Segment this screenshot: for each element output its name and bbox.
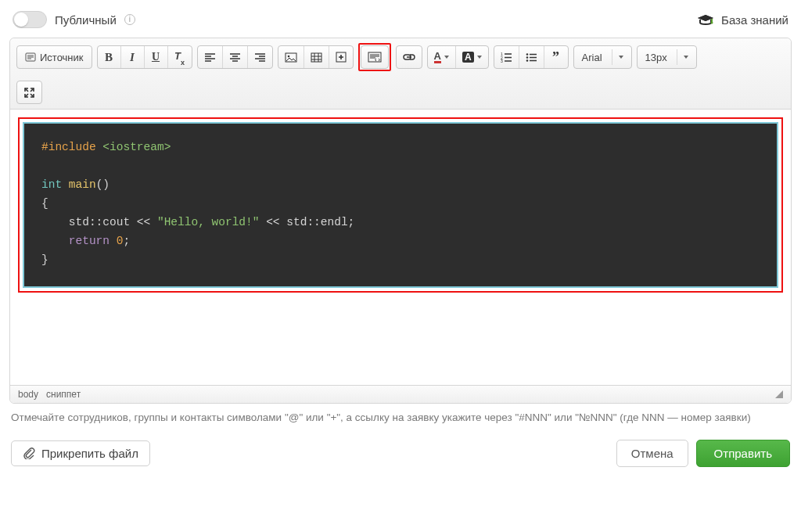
source-icon — [25, 52, 36, 63]
quote-icon: ” — [552, 53, 559, 61]
caret-down-icon — [477, 56, 482, 59]
bg-color-button[interactable]: A — [456, 46, 488, 68]
svg-point-10 — [526, 53, 528, 56]
align-right-icon — [254, 52, 266, 63]
cancel-button[interactable]: Отмена — [616, 440, 688, 467]
group-code-snippet — [361, 45, 389, 69]
caret-down-icon — [619, 56, 623, 59]
mention-hint-text: Отмечайте сотрудников, группы и контакты… — [9, 404, 792, 429]
path-crumbs: body сниппет — [18, 389, 81, 400]
font-family-value: Arial — [582, 52, 602, 63]
svg-point-3 — [287, 55, 289, 57]
underline-button[interactable]: U — [145, 46, 168, 68]
top-row: Публичный i База знаний — [9, 6, 792, 38]
svg-point-12 — [526, 59, 528, 62]
svg-point-11 — [526, 56, 528, 59]
group-font-family: Arial — [573, 45, 632, 69]
align-left-icon — [204, 52, 216, 63]
send-button[interactable]: Отправить — [696, 440, 790, 467]
path-crumb-body[interactable]: body — [18, 389, 38, 400]
group-link — [396, 45, 422, 69]
graduation-cap-icon — [696, 13, 715, 26]
path-crumb-snippet[interactable]: сниппет — [46, 389, 81, 400]
right-actions: Отмена Отправить — [616, 440, 790, 467]
resize-grip-icon[interactable] — [775, 390, 783, 398]
image-icon — [285, 52, 297, 63]
knowledge-base-link[interactable]: База знаний — [696, 13, 788, 27]
align-right-button[interactable] — [248, 46, 272, 68]
group-lists: 123 ” — [494, 45, 569, 69]
align-center-icon — [229, 52, 241, 63]
editor-toolbar: Источник B I U Tx — [10, 38, 791, 110]
group-source: Источник — [16, 45, 92, 69]
align-center-button[interactable] — [223, 46, 248, 68]
public-toggle-group: Публичный i — [13, 11, 135, 28]
code-snippet-block[interactable]: #include <iostream> int main() { std::co… — [23, 122, 778, 288]
font-size-select[interactable]: 13px — [638, 46, 696, 68]
text-color-button[interactable]: A — [428, 46, 456, 68]
ordered-list-icon: 123 — [501, 52, 512, 63]
font-size-value: 13px — [645, 52, 667, 63]
caret-down-icon — [444, 56, 449, 59]
group-text-style: B I U Tx — [97, 45, 192, 69]
ordered-list-button[interactable]: 123 — [494, 46, 519, 68]
group-color: A A — [427, 45, 489, 69]
toggle-knob — [14, 13, 28, 27]
maximize-icon — [23, 87, 35, 99]
svg-point-0 — [711, 22, 713, 24]
group-align — [197, 45, 273, 69]
code-snippet-highlight — [358, 43, 391, 71]
unordered-list-icon — [526, 52, 537, 63]
paperclip-icon — [23, 447, 35, 459]
footer-row: Прикрепить файл Отмена Отправить — [9, 429, 792, 475]
attach-file-button[interactable]: Прикрепить файл — [11, 440, 150, 466]
clear-format-button[interactable]: Tx — [168, 46, 192, 68]
group-font-size: 13px — [637, 45, 697, 69]
svg-rect-4 — [311, 53, 321, 62]
code-text: #include <iostream> int main() { std::co… — [24, 124, 777, 286]
table-icon — [311, 52, 322, 63]
public-label: Публичный — [55, 13, 117, 27]
align-left-button[interactable] — [198, 46, 223, 68]
image-button[interactable] — [278, 46, 304, 68]
info-icon[interactable]: i — [124, 14, 135, 25]
link-icon — [403, 52, 415, 62]
bold-button[interactable]: B — [98, 46, 121, 68]
svg-text:3: 3 — [501, 59, 503, 63]
source-button[interactable]: Источник — [17, 46, 92, 68]
italic-button[interactable]: I — [121, 46, 145, 68]
editor-content-area[interactable]: #include <iostream> int main() { std::co… — [10, 110, 791, 385]
caret-down-icon — [684, 56, 688, 59]
code-snippet-button[interactable] — [361, 46, 388, 68]
table-button[interactable] — [304, 46, 329, 68]
group-insert — [278, 45, 354, 69]
public-toggle[interactable] — [13, 11, 47, 28]
knowledge-base-label: База знаний — [721, 13, 788, 27]
snippet-selection-highlight: #include <iostream> int main() { std::co… — [18, 117, 783, 293]
unordered-list-button[interactable] — [519, 46, 544, 68]
link-button[interactable] — [397, 46, 422, 68]
font-family-select[interactable]: Arial — [574, 46, 631, 68]
maximize-button[interactable] — [17, 81, 41, 103]
blockquote-button[interactable]: ” — [544, 46, 568, 68]
group-maximize — [16, 81, 42, 104]
expand-plus-icon — [336, 52, 347, 63]
page-root: Публичный i База знаний Источник B I U T… — [0, 0, 801, 481]
expand-button[interactable] — [329, 46, 353, 68]
attach-label: Прикрепить файл — [41, 447, 138, 460]
code-snippet-icon — [368, 52, 382, 63]
editor-shell: Источник B I U Tx — [9, 38, 792, 404]
source-label: Источник — [40, 52, 84, 63]
element-path-bar: body сниппет — [10, 385, 791, 403]
